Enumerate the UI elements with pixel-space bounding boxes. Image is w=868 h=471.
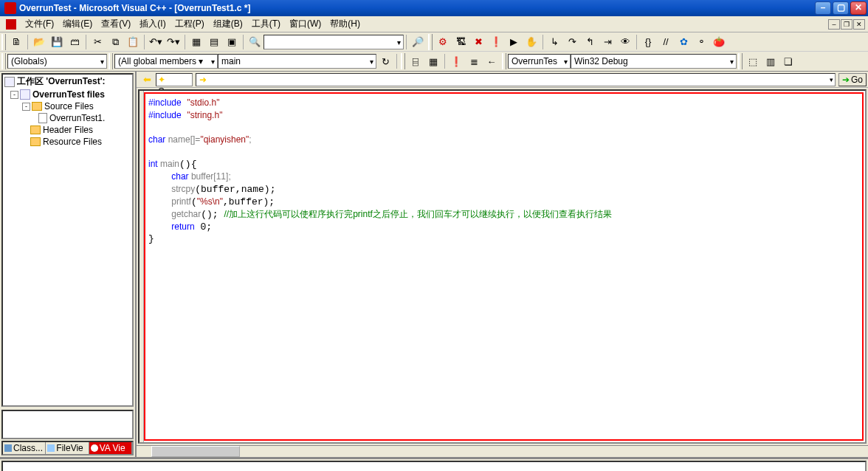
misc-icon[interactable]: ⚬ bbox=[693, 34, 709, 50]
source-folder[interactable]: Source Files bbox=[44, 101, 94, 111]
breakpoint-icon[interactable]: ✋ bbox=[523, 34, 540, 50]
go-icon[interactable]: ▶ bbox=[506, 34, 522, 50]
code-editor-frame: #include "stdio.h" #include "string.h" c… bbox=[138, 89, 867, 444]
mdi-close-button[interactable]: ✕ bbox=[853, 19, 865, 30]
tab-fileview[interactable]: FileVie bbox=[46, 442, 89, 454]
c-file-icon bbox=[38, 113, 47, 123]
undo-icon[interactable]: ↶▾ bbox=[148, 34, 164, 50]
exclaim-icon[interactable]: ❗ bbox=[448, 53, 464, 69]
nav-back-arrow-icon[interactable]: ⬅ bbox=[139, 72, 155, 88]
nav-crumb-combo[interactable]: ✦ Ove bbox=[156, 73, 193, 86]
members-combo[interactable]: (All global members ▾ bbox=[114, 54, 218, 69]
tile-v-icon[interactable]: ▥ bbox=[762, 53, 779, 69]
menu-edit[interactable]: 编辑(E) bbox=[58, 16, 97, 32]
menu-help[interactable]: 帮助(H) bbox=[326, 16, 365, 32]
function-combo[interactable]: main bbox=[218, 54, 376, 69]
main-area: 工作区 'OverrunTest': -OverrunTest files -S… bbox=[0, 72, 868, 457]
mdi-restore-button[interactable]: ❐ bbox=[841, 19, 852, 30]
stop-build-icon[interactable]: ✖ bbox=[470, 34, 486, 50]
compile-icon[interactable]: ⚙ bbox=[435, 34, 451, 50]
toolbar-grip[interactable] bbox=[1, 53, 6, 69]
toolbar-grip[interactable] bbox=[502, 53, 506, 69]
menu-build[interactable]: 组建(B) bbox=[209, 16, 247, 32]
step-into-icon[interactable]: ↳ bbox=[546, 34, 562, 50]
toolbar-grip[interactable] bbox=[401, 53, 405, 69]
cut-icon[interactable]: ✂ bbox=[89, 34, 106, 50]
workspace-tree[interactable]: 工作区 'OverrunTest': -OverrunTest files -S… bbox=[1, 73, 134, 407]
nav-path-combo[interactable]: ➜ bbox=[196, 73, 836, 86]
window-title: OverrunTest - Microsoft Visual C++ - [Ov… bbox=[19, 3, 815, 13]
header-folder[interactable]: Header Files bbox=[43, 125, 93, 135]
output-icon[interactable]: ▤ bbox=[206, 34, 222, 50]
mdi-doc-icon bbox=[6, 19, 16, 30]
output-text[interactable] bbox=[1, 461, 867, 471]
nav-bar: ⬅ ✦ Ove ➜ ➔Go bbox=[137, 72, 868, 88]
redo-icon[interactable]: ↷▾ bbox=[165, 34, 182, 50]
tab-classview[interactable]: Class... bbox=[3, 442, 46, 454]
toolbar-grip[interactable] bbox=[738, 53, 743, 69]
output-panel: 浅易深 组建 ∕ 调试 在文件1中查找 在文件2中查找 结果 SQL Debug… bbox=[0, 457, 868, 471]
nav-back-icon[interactable]: ← bbox=[483, 53, 500, 69]
execute-icon[interactable]: ❗ bbox=[488, 34, 504, 50]
bookmark-icon[interactable]: ✿ bbox=[675, 34, 692, 50]
cascade-icon[interactable]: ❏ bbox=[780, 53, 796, 69]
menu-project[interactable]: 工程(P) bbox=[170, 16, 209, 32]
menu-tools[interactable]: 工具(T) bbox=[247, 16, 285, 32]
save-all-icon[interactable]: 🗃 bbox=[66, 34, 83, 50]
step-over-icon[interactable]: ↷ bbox=[564, 34, 580, 50]
menu-view[interactable]: 查看(V) bbox=[97, 16, 135, 32]
maximize-button[interactable]: ▢ bbox=[833, 1, 849, 15]
editor-h-scrollbar[interactable] bbox=[137, 445, 868, 457]
project-label[interactable]: OverrunTest files bbox=[32, 89, 105, 100]
toolbar-grip[interactable] bbox=[108, 53, 113, 69]
refresh-icon[interactable]: ↻ bbox=[377, 53, 393, 69]
code-editor[interactable]: #include "stdio.h" #include "string.h" c… bbox=[144, 92, 864, 441]
new-file-icon[interactable]: 🗎 bbox=[8, 34, 24, 50]
class-wizard-icon[interactable]: ⌸ bbox=[407, 53, 424, 69]
find-icon[interactable]: 🔎 bbox=[410, 34, 426, 50]
close-button[interactable]: ✕ bbox=[850, 1, 867, 15]
run-to-cursor-icon[interactable]: ⇥ bbox=[599, 34, 616, 50]
source-file[interactable]: OverrunTest1. bbox=[49, 113, 105, 123]
paste-icon[interactable]: 📋 bbox=[125, 34, 141, 50]
list-icon[interactable]: ≣ bbox=[466, 53, 482, 69]
tile-icon[interactable]: ▦ bbox=[425, 53, 441, 69]
save-icon[interactable]: 💾 bbox=[49, 34, 65, 50]
workspace-tabs: Class... FileVie VA Vie bbox=[1, 441, 134, 455]
folder-icon bbox=[30, 126, 41, 134]
window-list-icon[interactable]: ▣ bbox=[224, 34, 240, 50]
scope-combo[interactable]: (Globals) bbox=[7, 54, 107, 69]
collapse-icon[interactable]: - bbox=[10, 91, 18, 99]
find-combo[interactable] bbox=[264, 35, 404, 49]
brace-match-icon[interactable]: {} bbox=[640, 34, 656, 50]
resource-folder[interactable]: Resource Files bbox=[43, 137, 102, 147]
toolbar-grip[interactable] bbox=[1, 34, 6, 50]
menu-window[interactable]: 窗口(W) bbox=[285, 16, 326, 32]
tile-h-icon[interactable]: ⬚ bbox=[745, 53, 761, 69]
editor-panel: ⬅ ✦ Ove ➜ ➔Go #include "stdio.h" #includ… bbox=[137, 72, 868, 457]
quickwatch-icon[interactable]: 👁 bbox=[617, 34, 633, 50]
menu-bar: 文件(F) 编辑(E) 查看(V) 插入(I) 工程(P) 组建(B) 工具(T… bbox=[0, 16, 868, 32]
config-target-combo[interactable]: Win32 Debug bbox=[571, 54, 737, 69]
mdi-minimize-button[interactable]: – bbox=[828, 19, 840, 30]
config-project-combo[interactable]: OverrunTes bbox=[508, 54, 571, 69]
minimize-button[interactable]: – bbox=[815, 1, 831, 15]
menu-insert[interactable]: 插入(I) bbox=[135, 16, 170, 32]
workspace-icon bbox=[4, 77, 15, 87]
go-button[interactable]: ➔Go bbox=[838, 73, 867, 86]
tree-scroll-area bbox=[1, 410, 134, 439]
find-in-files-icon[interactable]: 🔍 bbox=[247, 34, 263, 50]
step-out-icon[interactable]: ↰ bbox=[582, 34, 598, 50]
collapse-icon[interactable]: - bbox=[22, 103, 30, 111]
toolbar-grip[interactable] bbox=[428, 34, 433, 50]
menu-file[interactable]: 文件(F) bbox=[21, 16, 58, 32]
tomato-icon[interactable]: 🍅 bbox=[711, 34, 727, 50]
workspace-panel: 工作区 'OverrunTest': -OverrunTest files -S… bbox=[0, 72, 137, 457]
build-icon[interactable]: 🏗 bbox=[452, 34, 469, 50]
tab-vaview[interactable]: VA Vie bbox=[89, 442, 132, 454]
project-icon bbox=[20, 89, 30, 100]
comment-icon[interactable]: // bbox=[658, 34, 674, 50]
open-icon[interactable]: 📂 bbox=[31, 34, 47, 50]
copy-icon[interactable]: ⧉ bbox=[107, 34, 123, 50]
workspace-icon[interactable]: ▦ bbox=[188, 34, 204, 50]
